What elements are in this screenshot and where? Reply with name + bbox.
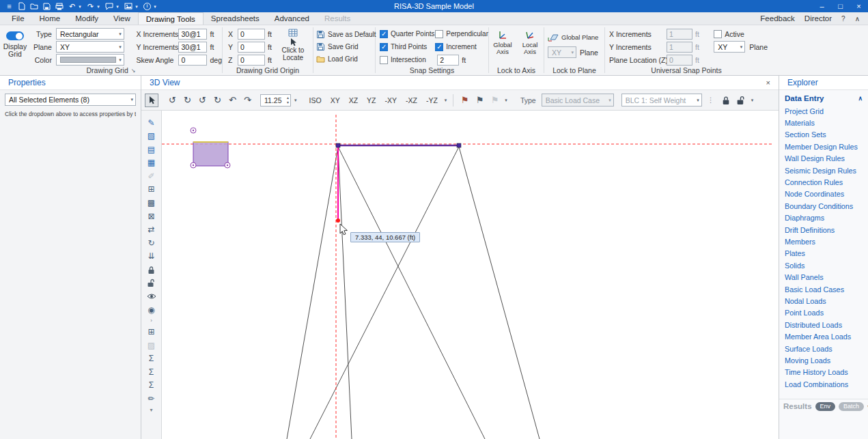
save-as-default-button[interactable]: Save as Default <box>316 28 375 40</box>
close-button[interactable]: × <box>850 0 868 12</box>
explorer-item-plates[interactable]: Plates <box>779 248 868 259</box>
sum-members-icon[interactable]: Σ <box>145 367 157 377</box>
skew-angle-input[interactable] <box>178 55 207 66</box>
grid-color-dropdown[interactable]: ▾ <box>56 54 124 66</box>
zoom-decrease-icon[interactable]: ▾ <box>287 100 289 105</box>
explorer-item-point-loads[interactable]: Point Loads <box>779 307 868 319</box>
save-grid-button[interactable]: Save Grid <box>316 40 375 53</box>
explorer-item-wall-design-rules[interactable]: Wall Design Rules <box>779 153 868 165</box>
view-yz-button[interactable]: YZ <box>363 94 379 107</box>
grid-plane-dropdown[interactable]: XY▾ <box>56 41 124 53</box>
explorer-item-load-combinations[interactable]: Load Combinations <box>779 378 868 390</box>
zoom-control[interactable]: 11.25 ▴ ▾ <box>260 94 291 107</box>
feedback-link[interactable]: Feedback <box>760 14 795 23</box>
sum-plates-icon[interactable]: Σ <box>145 380 157 391</box>
unlock-view-icon[interactable] <box>735 94 748 107</box>
mesh-plates-icon[interactable]: ⊞ <box>145 184 157 195</box>
tab-file[interactable]: File <box>4 12 32 25</box>
rotate-ccw-icon[interactable]: ↺ <box>166 94 179 107</box>
rotate-down-icon[interactable]: ↷ <box>241 94 254 107</box>
director-link[interactable]: Director <box>804 14 832 23</box>
global-axis-button[interactable]: Global Axis <box>490 27 516 66</box>
strip-more-icon[interactable]: › <box>145 318 157 324</box>
draw-solids-icon[interactable]: ▦ <box>145 158 157 168</box>
explorer-item-surface-loads[interactable]: Surface Loads <box>779 343 868 354</box>
lock-view-icon[interactable] <box>720 94 733 107</box>
collapse-ribbon-icon[interactable]: ∧ <box>855 15 860 23</box>
tab-advanced[interactable]: Advanced <box>267 12 317 25</box>
explorer-item-distributed-loads[interactable]: Distributed Loads <box>779 319 868 330</box>
load-grid-button[interactable]: Load Grid <box>316 53 375 65</box>
draw-plates-icon[interactable]: ▧ <box>145 131 157 141</box>
increment-input[interactable] <box>437 55 459 66</box>
visibility-icon[interactable] <box>145 292 157 302</box>
drawing-grid-launcher-icon[interactable]: ↘ <box>131 68 136 74</box>
new-file-icon[interactable] <box>18 1 25 11</box>
move-copy-icon[interactable]: ⇄ <box>145 225 157 235</box>
rotate-cw-icon[interactable]: ↻ <box>181 94 194 107</box>
origin-y-input[interactable] <box>238 42 265 53</box>
redo-icon[interactable]: ↷ <box>87 1 94 11</box>
minimize-button[interactable]: – <box>813 0 831 12</box>
view-neg-xy-button[interactable]: -XY <box>381 94 400 107</box>
image-icon[interactable] <box>124 1 132 11</box>
chat-dropdown-icon[interactable]: ▾ <box>115 1 120 11</box>
local-axis-button[interactable]: Local Axis <box>517 27 543 66</box>
app-menu-icon[interactable]: ≡ <box>5 1 13 11</box>
apply-loads-icon[interactable]: ⇊ <box>145 251 157 261</box>
undo-icon[interactable]: ↶ <box>68 1 76 11</box>
undo-dropdown-icon[interactable]: ▾ <box>78 1 82 11</box>
quarter-points-checkbox[interactable] <box>380 30 388 38</box>
tab-view[interactable]: View <box>106 12 138 25</box>
open-file-icon[interactable] <box>30 1 38 11</box>
lock-items-icon[interactable] <box>145 265 157 275</box>
view-neg-yz-button[interactable]: -YZ <box>423 94 441 107</box>
properties-element-selector[interactable]: All Selected Elements (8) ▾ <box>5 94 136 106</box>
spin-right-icon[interactable]: ↻ <box>211 94 224 107</box>
sum-nodes-icon[interactable]: Σ <box>145 354 157 364</box>
views-more-icon[interactable]: ▾ <box>445 98 447 103</box>
tab-drawing-tools[interactable]: Drawing Tools <box>138 12 204 25</box>
display-grid-toggle[interactable] <box>6 31 24 40</box>
drawing-canvas[interactable]: 7.333, 44, 10.667 (ft) <box>162 111 779 439</box>
save-icon[interactable] <box>43 1 51 11</box>
explorer-item-solids[interactable]: Solids <box>779 259 868 271</box>
explorer-item-diaphragms[interactable]: Diaphragms <box>779 212 868 224</box>
x-increments-input[interactable] <box>178 29 207 40</box>
delete-items-icon[interactable]: ⊠ <box>145 211 157 221</box>
node-flag-icon[interactable]: ⚑ <box>473 94 486 107</box>
flags-more-icon[interactable]: ▾ <box>505 98 507 103</box>
info-icon[interactable]: i <box>143 1 151 11</box>
origin-x-input[interactable] <box>238 29 265 40</box>
tab-home[interactable]: Home <box>32 12 68 25</box>
distance-flag-icon[interactable]: ⚑ <box>458 94 471 107</box>
explorer-item-moving-loads[interactable]: Moving Loads <box>779 354 868 366</box>
explorer-item-project-grid[interactable]: Project Grid <box>779 105 868 117</box>
global-plane-button[interactable]: Global Plane <box>548 30 604 44</box>
redo-dropdown-icon[interactable]: ▾ <box>96 1 100 11</box>
explorer-item-drift-definitions[interactable]: Drift Definitions <box>779 224 868 236</box>
rotate-up-icon[interactable]: ↶ <box>226 94 239 107</box>
view-neg-xz-button[interactable]: -XZ <box>402 94 421 107</box>
y-increments-input[interactable] <box>178 42 207 53</box>
tab-spreadsheets[interactable]: Spreadsheets <box>204 12 267 25</box>
tab-modify[interactable]: Modify <box>68 12 106 25</box>
spin-left-icon[interactable]: ↺ <box>196 94 209 107</box>
perpendicular-checkbox[interactable] <box>435 30 443 38</box>
spreadsheet-icon[interactable]: ⊞ <box>145 327 157 337</box>
explorer-item-section-sets[interactable]: Section Sets <box>779 129 868 141</box>
click-to-locate-button[interactable]: Click to Locate <box>273 27 313 66</box>
zoom-options-icon[interactable]: ▾ <box>294 98 297 103</box>
universal-plane-dropdown[interactable]: XY▾ <box>714 41 745 53</box>
chat-icon[interactable] <box>105 1 113 11</box>
increment-checkbox[interactable] <box>435 43 443 51</box>
explorer-item-seismic-design-rules[interactable]: Seismic Design Rules <box>779 165 868 176</box>
maximize-button[interactable]: □ <box>831 0 850 12</box>
lock-more-icon[interactable]: ▾ <box>751 98 754 103</box>
help-icon[interactable]: ? <box>841 15 845 23</box>
origin-z-input[interactable] <box>238 55 265 66</box>
explorer-item-member-area-loads[interactable]: Member Area Loads <box>779 330 868 342</box>
env-toggle-button[interactable]: Env <box>815 402 836 411</box>
explorer-item-materials[interactable]: Materials <box>779 117 868 128</box>
print-icon[interactable] <box>55 1 64 11</box>
